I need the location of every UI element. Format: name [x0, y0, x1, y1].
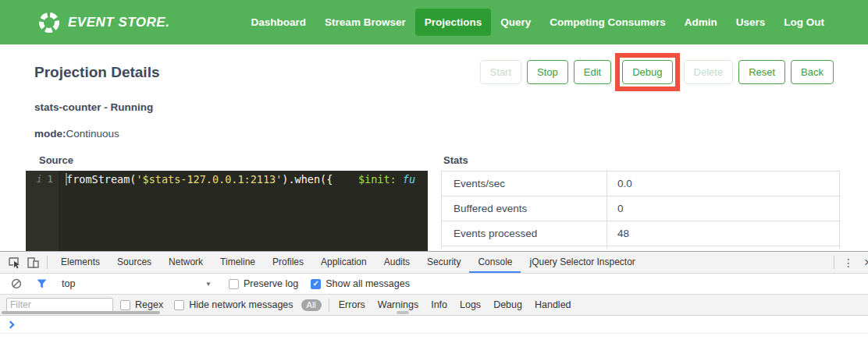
source-label: Source [26, 154, 428, 166]
tab-security[interactable]: Security [418, 252, 469, 273]
device-toolbar-icon[interactable] [23, 254, 42, 271]
console-filter-bar: Regex Hide network messages All Errors W… [0, 295, 868, 316]
table-row: Buffered events 0 [442, 196, 839, 221]
filter-icon[interactable] [32, 275, 51, 292]
tab-jquery-selector-inspector[interactable]: jQuery Selector Inspector [521, 252, 643, 273]
tab-sources[interactable]: Sources [108, 252, 160, 273]
checkbox-unchecked-icon[interactable] [229, 279, 239, 289]
tab-console[interactable]: Console [469, 252, 521, 273]
regex-label: Regex [135, 299, 163, 310]
filter-level-logs[interactable]: Logs [454, 299, 487, 310]
console-toolbar: top ▼ Preserve log ✓ Show all messages [0, 274, 868, 295]
console-output[interactable] [0, 316, 868, 343]
back-button[interactable]: Back [791, 60, 834, 84]
tab-audits[interactable]: Audits [375, 252, 418, 273]
checkbox-unchecked-icon[interactable] [120, 300, 130, 310]
stat-value: 48 [607, 228, 629, 239]
tab-application[interactable]: Application [312, 252, 375, 273]
more-options-icon[interactable]: ⋮ [839, 254, 858, 271]
screen: EVENT STORE. Dashboard Stream Browser Pr… [0, 0, 868, 343]
content-columns: Source i 1 fromStream('$stats-127.0.0.1:… [0, 154, 868, 251]
execution-context-selector[interactable]: top ▼ [62, 278, 212, 289]
filter-level-errors[interactable]: Errors [333, 299, 372, 310]
nav-competing-consumers[interactable]: Competing Consumers [540, 9, 675, 36]
stat-value: 0.0 [607, 178, 632, 189]
code-token [397, 173, 403, 186]
projection-status: stats-counter - Running [34, 101, 834, 113]
filter-input[interactable] [6, 298, 113, 313]
nav-log-out[interactable]: Log Out [774, 9, 834, 36]
tab-timeline[interactable]: Timeline [212, 252, 264, 273]
tab-elements[interactable]: Elements [52, 252, 108, 273]
nav-projections[interactable]: Projections [415, 9, 492, 36]
code-token: fromStream( [66, 173, 136, 186]
mode-label: mode: [34, 128, 66, 140]
devtools-tab-bar: Elements Sources Network Timeline Profil… [0, 252, 868, 274]
gutter-info-icon: i [36, 173, 42, 188]
gutter-line-number: 1 [47, 173, 53, 188]
close-devtools-icon[interactable]: × [858, 255, 868, 271]
nav-admin[interactable]: Admin [675, 9, 727, 36]
hide-network-messages-checkbox[interactable]: Hide network messages [174, 299, 293, 310]
preserve-log-checkbox[interactable]: Preserve log [229, 278, 298, 289]
reset-button[interactable]: Reset [738, 60, 785, 84]
show-all-messages-checkbox[interactable]: ✓ Show all messages [311, 278, 410, 289]
nav-query[interactable]: Query [491, 9, 540, 36]
toolbar-divider [47, 256, 48, 269]
stat-name: Buffered events [442, 196, 607, 221]
filter-level-handled[interactable]: Handled [528, 299, 578, 310]
filter-level-warnings[interactable]: Warnings [372, 299, 425, 310]
nav-stream-browser[interactable]: Stream Browser [315, 9, 415, 36]
brand: EVENT STORE. [37, 11, 169, 34]
table-row: Events/sec 0.0 [442, 172, 839, 196]
hide-network-messages-label: Hide network messages [189, 299, 293, 310]
tab-network[interactable]: Network [160, 252, 212, 273]
brand-name: EVENT STORE. [68, 15, 169, 30]
code-token: ).when({ [282, 173, 333, 186]
preserve-log-label: Preserve log [244, 278, 298, 289]
stat-name: Events processed [442, 221, 607, 246]
stats-label: Stats [441, 154, 840, 166]
delete-button: Delete [684, 60, 734, 84]
nav-dashboard[interactable]: Dashboard [242, 9, 316, 36]
source-code-editor[interactable]: i 1 fromStream('$stats-127.0.0.1:2113').… [26, 171, 428, 251]
filter-level-debug[interactable]: Debug [487, 299, 528, 310]
context-selector-value: top [62, 278, 75, 289]
inspect-element-icon[interactable] [5, 254, 23, 271]
tab-profiles[interactable]: Profiles [264, 252, 312, 273]
app-header: EVENT STORE. Dashboard Stream Browser Pr… [0, 0, 868, 44]
toolbar-divider [329, 299, 329, 312]
action-button-group: Start Stop Edit Debug Delete Reset Back [480, 60, 834, 84]
title-row: Projection Details Start Stop Edit Debug… [34, 60, 834, 84]
debug-button[interactable]: Debug [622, 60, 672, 84]
main-nav: Dashboard Stream Browser Projections Que… [242, 9, 834, 36]
nav-users[interactable]: Users [727, 9, 775, 36]
horizontal-scrollbar-thumb[interactable] [2, 311, 160, 314]
regex-checkbox[interactable]: Regex [120, 299, 163, 310]
filter-level-info[interactable]: Info [425, 299, 454, 310]
source-section: Source i 1 fromStream('$stats-127.0.0.1:… [26, 154, 428, 251]
code-token: '$stats-127.0.0.1:2113' [136, 173, 282, 186]
stats-table: Events/sec 0.0 Buffered events 0 Events … [441, 171, 840, 249]
show-all-messages-label: Show all messages [326, 278, 410, 289]
stop-button[interactable]: Stop [527, 60, 568, 84]
event-store-logo-icon [37, 11, 61, 34]
main-content: Projection Details Start Stop Edit Debug… [0, 44, 868, 251]
code-token: fu [403, 173, 415, 186]
edit-button[interactable]: Edit [574, 60, 611, 84]
stat-value: 0 [607, 203, 624, 214]
clear-console-icon[interactable] [7, 275, 26, 292]
code-token [333, 173, 358, 186]
editor-gutter: i 1 [26, 171, 59, 251]
checkbox-checked-icon[interactable]: ✓ [311, 279, 321, 289]
debug-highlight-box: Debug [615, 53, 679, 91]
checkbox-unchecked-icon[interactable] [174, 300, 184, 310]
chevron-down-icon: ▼ [205, 281, 212, 288]
stats-section: Stats Events/sec 0.0 Buffered events 0 E… [441, 154, 840, 249]
page-title: Projection Details [34, 64, 160, 81]
editor-code-area[interactable]: fromStream('$stats-127.0.0.1:2113').when… [59, 171, 428, 251]
console-prompt-row[interactable] [0, 316, 868, 334]
mode-value: Continuous [66, 128, 119, 140]
filter-level-all-badge[interactable]: All [301, 299, 322, 311]
start-button: Start [480, 60, 521, 84]
